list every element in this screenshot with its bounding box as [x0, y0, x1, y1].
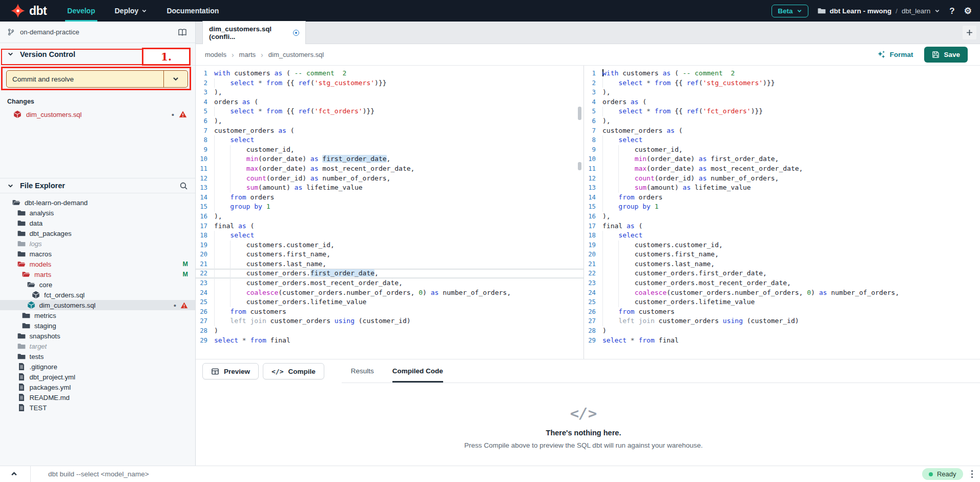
- tree-item[interactable]: core: [0, 279, 195, 290]
- editor-tab-dim-customers[interactable]: dim_customers.sql (confli...: [202, 21, 306, 44]
- tree-item[interactable]: data: [0, 218, 195, 228]
- tree-item[interactable]: dbt_project.yml: [0, 372, 195, 382]
- account-selector[interactable]: dbt Learn - mwong / dbt_learn: [818, 7, 941, 15]
- tree-item[interactable]: packages.yml: [0, 382, 195, 392]
- tree-item[interactable]: martsM: [0, 269, 195, 279]
- tree-item-name: TEST: [30, 404, 47, 412]
- docs-book-icon[interactable]: [178, 28, 187, 36]
- plus-icon: [966, 29, 973, 36]
- line-number: 17: [196, 222, 214, 231]
- tree-item[interactable]: dim_customers.sql•: [0, 300, 195, 310]
- tree-item[interactable]: snapshots: [0, 331, 195, 341]
- table-icon: [211, 368, 219, 375]
- dbt-logo[interactable]: dbt: [10, 3, 47, 18]
- changes-label: Changes: [7, 98, 188, 105]
- commit-and-resolve-button[interactable]: Commit and resolve: [6, 70, 188, 88]
- status-badge-ready[interactable]: Ready: [922, 468, 963, 480]
- change-item[interactable]: dim_customers.sql•: [0, 108, 195, 120]
- tree-item-name: dim_customers.sql: [39, 302, 96, 309]
- code-line: 11 max(order_date) as most_recent_order_…: [196, 164, 583, 174]
- search-icon[interactable]: [179, 182, 188, 190]
- tree-item-name: logs: [30, 240, 42, 248]
- chevron-up-icon[interactable]: [10, 470, 18, 478]
- tree-item[interactable]: logs: [0, 238, 195, 249]
- commit-row: Commit and resolve: [0, 66, 195, 90]
- beta-dropdown[interactable]: Beta: [772, 5, 808, 17]
- tree-item[interactable]: dbt_packages: [0, 228, 195, 238]
- tree-item-name: README.md: [30, 394, 70, 401]
- folder-icon: [17, 219, 26, 227]
- tree-item-name: dbt_packages: [30, 230, 72, 237]
- tab-results[interactable]: Results: [351, 359, 374, 383]
- command-input[interactable]: [48, 470, 922, 478]
- nav-item-documentation[interactable]: Documentation: [166, 0, 219, 22]
- code-line: 18 select: [584, 231, 971, 240]
- code-line: 3),: [196, 88, 583, 97]
- format-button[interactable]: Format: [877, 50, 913, 59]
- tree-item[interactable]: README.md: [0, 392, 195, 403]
- commit-button-label: Commit and resolve: [7, 71, 163, 87]
- code-line: 10 min(order_date) as first_order_date,: [584, 154, 971, 164]
- code-line: 23 customer_orders.most_recent_order_dat…: [584, 278, 971, 288]
- line-number: 29: [584, 336, 602, 346]
- save-button[interactable]: Save: [924, 47, 968, 63]
- line-number: 10: [196, 154, 214, 164]
- code-line: 14 from orders: [584, 193, 971, 203]
- code-line: 6),: [584, 116, 971, 126]
- tree-item-name: staging: [34, 322, 56, 330]
- tree-item[interactable]: dbt-learn-on-demand: [0, 197, 195, 208]
- tree-item[interactable]: target: [0, 341, 195, 351]
- help-icon[interactable]: ?: [949, 7, 954, 15]
- tree-item[interactable]: analysis: [0, 208, 195, 218]
- code-line: 5 select * from {{ ref('fct_orders')}}: [584, 107, 971, 116]
- commit-options-caret[interactable]: [163, 71, 187, 87]
- code-line: 15 group by 1: [196, 202, 583, 212]
- tab-compiled-code[interactable]: Compiled Code: [392, 359, 443, 383]
- tree-item[interactable]: fct_orders.sql: [0, 290, 195, 300]
- line-number: 18: [196, 231, 214, 240]
- sidebar: on-demand-practice Version Control Commi…: [0, 22, 196, 466]
- breadcrumb-item[interactable]: dim_customers.sql: [268, 51, 324, 58]
- breadcrumb-item[interactable]: models: [205, 51, 226, 58]
- line-number: 6: [584, 116, 602, 126]
- line-number: 28: [584, 326, 602, 336]
- tree-item-name: data: [30, 219, 43, 227]
- scrollbar-mark[interactable]: [578, 107, 581, 120]
- tree-item[interactable]: modelsM: [0, 259, 195, 269]
- kebab-menu-icon[interactable]: [971, 470, 973, 478]
- scrollbar-mark[interactable]: [578, 162, 581, 170]
- line-number: 25: [196, 297, 214, 307]
- code-line: 22 customer_orders.first_order_date,: [584, 269, 971, 278]
- code-pane-left[interactable]: 1with customers as ( -- comment 22 selec…: [196, 66, 583, 359]
- editor-tab-bar: dim_customers.sql (confli...: [196, 22, 980, 44]
- folder-icon: [818, 7, 826, 15]
- tree-item[interactable]: staging: [0, 320, 195, 331]
- line-number: 2: [584, 78, 602, 88]
- tree-item[interactable]: macros: [0, 249, 195, 259]
- model-icon: [27, 301, 35, 309]
- model-icon: [32, 291, 40, 299]
- nav-item-deploy[interactable]: Deploy: [115, 0, 148, 22]
- nav-item-develop[interactable]: Develop: [67, 0, 95, 22]
- tree-item[interactable]: metrics: [0, 310, 195, 320]
- editor-toolbar: models›marts›dim_customers.sql Format Sa…: [196, 44, 980, 66]
- tree-item[interactable]: TEST: [0, 403, 195, 413]
- breadcrumb-separator: ›: [261, 51, 263, 59]
- line-number: 7: [196, 126, 214, 136]
- tree-item-name: packages.yml: [30, 384, 71, 391]
- compile-button[interactable]: </> Compile: [263, 363, 324, 379]
- tree-item[interactable]: tests: [0, 351, 195, 362]
- folder-open-icon: [12, 198, 20, 207]
- settings-gear-icon[interactable]: ⚙: [964, 7, 972, 15]
- top-nav-right: Beta dbt Learn - mwong / dbt_learn ? ⚙: [772, 5, 972, 17]
- new-tab-button[interactable]: [963, 26, 976, 39]
- branch-selector[interactable]: on-demand-practice: [0, 22, 195, 43]
- file-explorer-header[interactable]: File Explorer: [0, 178, 195, 193]
- preview-button[interactable]: Preview: [202, 363, 259, 379]
- code-line: 23 customer_orders.most_recent_order_dat…: [196, 278, 583, 288]
- code-pane-right[interactable]: 1with customers as ( -- comment 22 selec…: [583, 66, 971, 359]
- line-number: 14: [196, 193, 214, 203]
- status-bar: Ready: [0, 466, 980, 482]
- tree-item[interactable]: .gitignore: [0, 362, 195, 372]
- breadcrumb-item[interactable]: marts: [239, 51, 256, 58]
